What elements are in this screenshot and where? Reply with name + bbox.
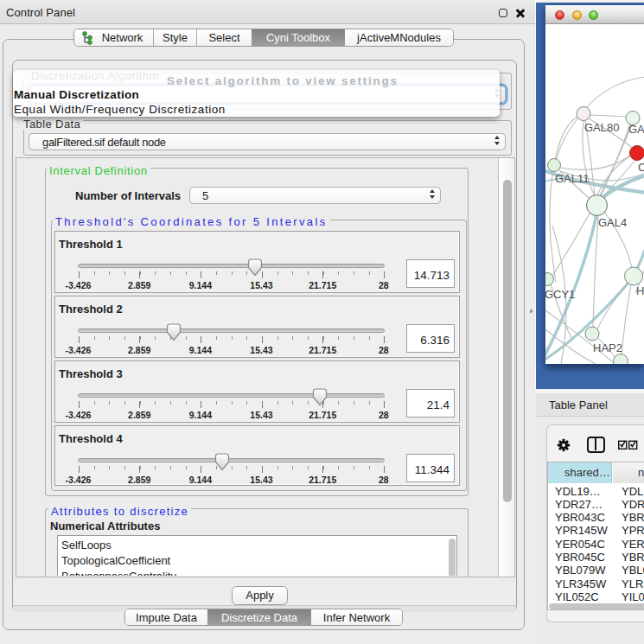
svg-text:H: H	[636, 284, 644, 297]
svg-text:GAL11: GAL11	[555, 172, 590, 185]
svg-text:GCY1: GCY1	[545, 288, 575, 301]
svg-text:GA: GA	[628, 123, 644, 136]
svg-text:HAP2: HAP2	[593, 341, 622, 354]
svg-text:GAL4: GAL4	[598, 216, 627, 229]
svg-text:GAL80: GAL80	[584, 121, 619, 134]
svg-text:C: C	[638, 161, 644, 174]
